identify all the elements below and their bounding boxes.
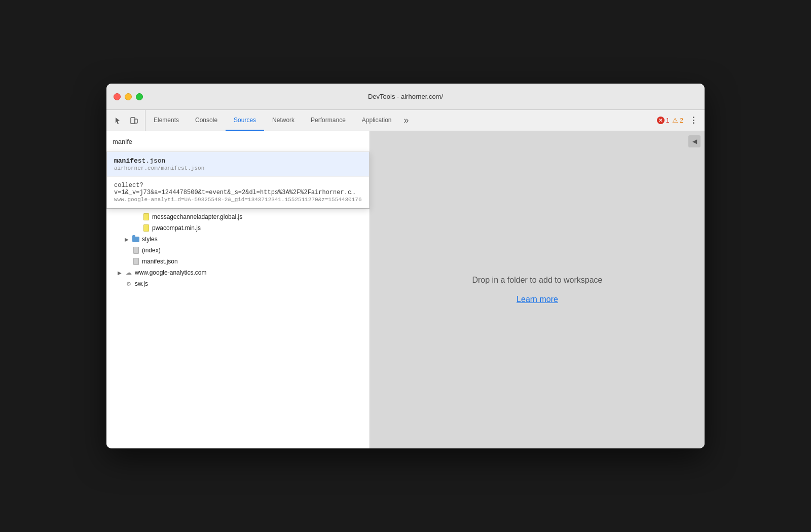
autocomplete-main-text: manifest.json — [114, 157, 362, 165]
tree-item-styles[interactable]: ▶ styles — [106, 234, 370, 245]
sub-tabs-bar: manifest.json airhorner.com/manifest.jso… — [106, 131, 370, 151]
cloud-icon-google-analytics: ☁ — [125, 269, 133, 277]
cursor-icon-button[interactable] — [110, 113, 125, 128]
tab-sources[interactable]: Sources — [226, 110, 264, 131]
tree-label-messagechannel: messagechanneladapter.global.js — [152, 213, 242, 220]
autocomplete-item-analytics[interactable]: collect?v=1&_v=j73&a=1244478500&t=event&… — [107, 177, 369, 208]
tree-item-pwacompat[interactable]: pwacompat.min.js — [106, 222, 370, 234]
file-icon-pwacompat — [142, 224, 150, 232]
tree-item-manifest[interactable]: manifest.json — [106, 256, 370, 267]
search-input-row — [106, 131, 370, 151]
devtools-menu-button[interactable]: ⋮ — [686, 113, 701, 128]
tree-item-sw[interactable]: ⚙ sw.js — [106, 278, 370, 289]
folder-icon-styles — [132, 235, 140, 243]
close-button[interactable] — [114, 93, 121, 100]
left-panel: manifest.json airhorner.com/manifest.jso… — [106, 131, 370, 448]
title-bar: DevTools - airhorner.com/ — [106, 84, 705, 110]
file-icon-manifest — [132, 257, 140, 265]
tree-arrow-styles: ▶ — [125, 237, 132, 242]
file-icon-messagechannel — [142, 213, 150, 221]
search-overlay: manifest.json airhorner.com/manifest.jso… — [106, 131, 370, 209]
tree-label-index: (index) — [142, 247, 161, 254]
nav-tabs: Elements Console Sources Network Perform… — [145, 110, 653, 131]
error-icon: ✕ — [657, 117, 665, 124]
autocomplete-sub-text: airhorner.com/manifest.json — [114, 165, 362, 171]
autocomplete-item-manifest[interactable]: manifest.json airhorner.com/manifest.jso… — [107, 152, 369, 177]
autocomplete-dropdown: manifest.json airhorner.com/manifest.jso… — [106, 151, 370, 208]
tree-arrow-google-analytics: ▶ — [118, 270, 125, 276]
traffic-lights — [114, 93, 143, 100]
tab-performance[interactable]: Performance — [303, 110, 354, 131]
tab-elements[interactable]: Elements — [145, 110, 187, 131]
more-tabs-button[interactable]: » — [400, 110, 413, 131]
tab-application[interactable]: Application — [354, 110, 400, 131]
window-title: DevTools - airhorner.com/ — [368, 93, 443, 100]
device-toolbar-button[interactable] — [127, 113, 141, 128]
devtools-body: manifest.json airhorner.com/manifest.jso… — [106, 131, 705, 448]
tree-item-google-analytics[interactable]: ▶ ☁ www.google-analytics.com — [106, 267, 370, 278]
tree-item-messagechannel[interactable]: messagechanneladapter.global.js — [106, 211, 370, 222]
maximize-button[interactable] — [136, 93, 143, 100]
tree-label-sw: sw.js — [135, 280, 148, 287]
file-search-input[interactable] — [113, 138, 363, 145]
gear-icon-sw: ⚙ — [125, 280, 133, 288]
tree-item-index[interactable]: (index) — [106, 245, 370, 256]
minimize-button[interactable] — [125, 93, 132, 100]
autocomplete-sub-text-2: www.google-analyti…d=UA-59325548-2&_gid=… — [114, 197, 362, 203]
warning-badge[interactable]: ⚠ 2 — [672, 117, 683, 124]
drop-workspace-text: Drop in a folder to add to workspace — [472, 276, 602, 285]
tree-label-manifest: manifest.json — [142, 258, 178, 265]
tree-label-pwacompat: pwacompat.min.js — [152, 224, 201, 232]
right-panel: ◀ Drop in a folder to add to workspace L… — [370, 131, 705, 448]
svg-rect-1 — [135, 119, 137, 123]
autocomplete-main-text-2: collect?v=1&_v=j73&a=1244478500&t=event&… — [114, 182, 362, 196]
tab-network[interactable]: Network — [264, 110, 303, 131]
panel-collapse-button[interactable]: ◀ — [688, 135, 701, 147]
toolbar-right: ✕ 1 ⚠ 2 ⋮ — [653, 110, 705, 131]
learn-more-link[interactable]: Learn more — [517, 295, 558, 304]
warning-triangle-icon: ⚠ — [672, 117, 678, 124]
devtools-window: DevTools - airhorner.com/ Elements Conso — [106, 84, 705, 448]
devtools-toolbar: Elements Console Sources Network Perform… — [106, 110, 705, 131]
tree-label-styles: styles — [142, 236, 158, 243]
error-badge[interactable]: ✕ 1 — [657, 117, 670, 124]
svg-rect-0 — [131, 118, 135, 124]
toolbar-icon-group — [106, 110, 145, 131]
tree-label-google-analytics: www.google-analytics.com — [135, 269, 206, 276]
tab-console[interactable]: Console — [187, 110, 226, 131]
file-icon-index — [132, 246, 140, 254]
